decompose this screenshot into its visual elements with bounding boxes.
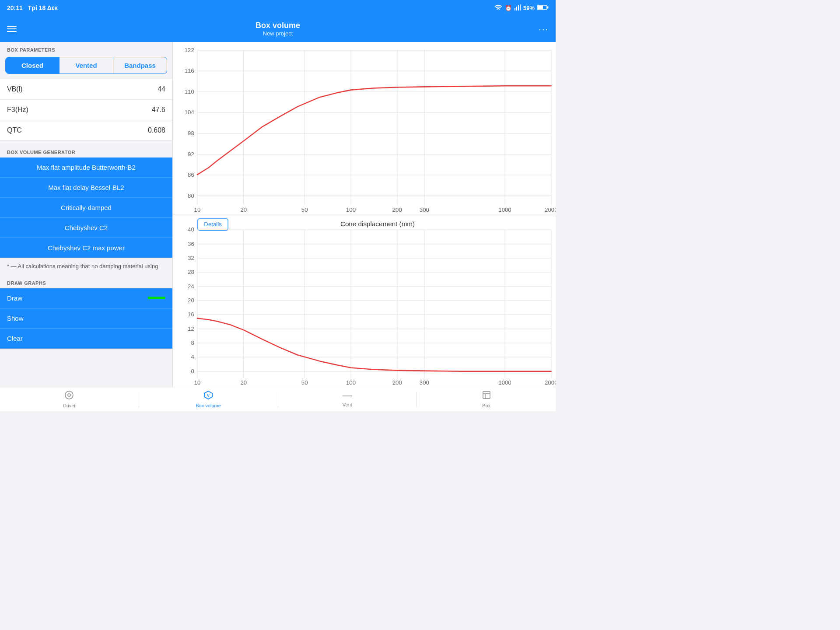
- wifi-icon: [494, 4, 502, 12]
- svg-text:50: 50: [301, 379, 308, 386]
- draw-graphs-header: DRAW GRAPHS: [0, 275, 172, 288]
- param-f3: F3(Hz) 47.6: [0, 100, 172, 120]
- bottom-graph: Details Cone displacement (mm): [173, 214, 556, 387]
- svg-text:4: 4: [191, 354, 194, 360]
- btn-show[interactable]: Show: [0, 308, 172, 329]
- svg-text:10: 10: [194, 206, 201, 213]
- svg-text:86: 86: [188, 172, 194, 178]
- btn-clear[interactable]: Clear: [0, 329, 172, 349]
- param-vb-value: 44: [158, 85, 165, 93]
- show-label: Show: [7, 315, 24, 322]
- svg-text:V: V: [207, 393, 210, 398]
- driver-icon: [64, 390, 74, 402]
- box-volume-icon: V: [203, 390, 213, 402]
- svg-text:300: 300: [420, 379, 429, 386]
- left-panel: BOX PARAMETERS Closed Vented Bandpass VB…: [0, 42, 173, 387]
- tab-driver[interactable]: Driver: [0, 387, 139, 411]
- svg-text:116: 116: [185, 67, 194, 74]
- vent-icon: [343, 391, 352, 401]
- btn-chebyshev-c2[interactable]: Chebyshev C2: [0, 218, 172, 238]
- tab-bandpass[interactable]: Bandpass: [113, 57, 167, 74]
- svg-text:1000: 1000: [498, 379, 511, 386]
- param-qtc-value: 0.608: [148, 126, 165, 134]
- svg-rect-2: [547, 6, 549, 8]
- btn-draw[interactable]: Draw: [0, 288, 172, 308]
- header-subtitle: New project: [263, 30, 293, 37]
- hamburger-button[interactable]: [7, 26, 17, 32]
- tab-vented[interactable]: Vented: [60, 57, 113, 74]
- main-layout: BOX PARAMETERS Closed Vented Bandpass VB…: [0, 42, 556, 387]
- svg-text:40: 40: [188, 226, 194, 233]
- bottom-graph-svg: Details Cone displacement (mm): [173, 214, 556, 387]
- btn-chebyshev-c2-max[interactable]: Chebyshev C2 max power: [0, 238, 172, 258]
- svg-text:32: 32: [188, 255, 194, 261]
- hamburger-line: [7, 26, 17, 27]
- alarm-icon: ⏰: [505, 5, 512, 11]
- svg-text:20: 20: [240, 206, 247, 213]
- svg-text:200: 200: [392, 379, 402, 386]
- note-text: * — All calculations meaning that no dam…: [0, 258, 172, 275]
- svg-rect-83: [483, 392, 490, 399]
- generator-section: BOX VOLUME GENERATOR Max flat amplitude …: [0, 144, 172, 258]
- box-type-tabs: Closed Vented Bandpass: [5, 57, 167, 74]
- svg-text:16: 16: [188, 311, 194, 318]
- svg-rect-1: [538, 6, 543, 9]
- btn-critically-damped[interactable]: Critically-damped: [0, 198, 172, 218]
- svg-text:100: 100: [346, 379, 356, 386]
- clear-label: Clear: [7, 335, 23, 342]
- status-time-date: 20:11 Τρί 18 Δεκ: [7, 4, 58, 11]
- svg-text:Details: Details: [204, 221, 222, 228]
- svg-rect-3: [173, 42, 556, 214]
- param-qtc-label: QTC: [7, 126, 22, 134]
- generator-header: BOX VOLUME GENERATOR: [0, 144, 172, 158]
- param-f3-label: F3(Hz): [7, 106, 28, 114]
- tab-box[interactable]: Box: [417, 387, 556, 411]
- battery-percent: 59%: [523, 5, 535, 11]
- svg-text:300: 300: [420, 206, 429, 213]
- tab-driver-label: Driver: [63, 403, 76, 408]
- draw-graphs-section: DRAW GRAPHS Draw Show Clear: [0, 275, 172, 349]
- box-parameters-header: BOX PARAMETERS: [0, 42, 172, 55]
- svg-text:122: 122: [185, 47, 194, 53]
- app-header: Box volume New project ···: [0, 16, 556, 42]
- btn-butterworth[interactable]: Max flat amplitude Butterworth-B2: [0, 158, 172, 178]
- param-vb: VB(l) 44: [0, 79, 172, 100]
- tab-box-volume-label: Box volume: [196, 403, 220, 408]
- status-time: 20:11: [7, 4, 23, 11]
- box-icon: [482, 390, 491, 402]
- svg-text:0: 0: [191, 368, 194, 374]
- header-title: Box volume: [256, 21, 300, 30]
- draw-label: Draw: [7, 294, 22, 302]
- signal-icon: [514, 4, 521, 12]
- tab-vent-label: Vent: [343, 402, 352, 407]
- svg-text:8: 8: [191, 340, 194, 346]
- svg-text:50: 50: [301, 206, 308, 213]
- btn-bessel[interactable]: Max flat delay Bessel-BL2: [0, 178, 172, 198]
- hamburger-line: [7, 31, 17, 32]
- svg-point-79: [68, 394, 70, 396]
- svg-text:200: 200: [392, 206, 402, 213]
- more-options-button[interactable]: ···: [539, 24, 549, 34]
- svg-text:28: 28: [188, 269, 194, 275]
- hamburger-line: [7, 28, 17, 29]
- svg-text:92: 92: [188, 151, 194, 158]
- svg-text:10: 10: [194, 379, 201, 386]
- svg-text:20: 20: [240, 379, 247, 386]
- svg-text:104: 104: [185, 109, 195, 116]
- top-graph-svg: 80 86 92 98 104 110 116 122: [173, 42, 556, 214]
- right-panel: 80 86 92 98 104 110 116 122: [173, 42, 556, 387]
- status-icons: ⏰ 59%: [494, 4, 549, 12]
- svg-point-78: [65, 391, 73, 399]
- param-qtc: QTC 0.608: [0, 120, 172, 141]
- param-f3-value: 47.6: [152, 106, 165, 114]
- svg-text:80: 80: [188, 192, 194, 199]
- svg-text:20: 20: [188, 297, 194, 304]
- tab-box-label: Box: [482, 403, 490, 408]
- svg-text:100: 100: [346, 206, 356, 213]
- tab-closed[interactable]: Closed: [6, 57, 60, 74]
- svg-text:12: 12: [188, 326, 194, 332]
- tab-box-volume[interactable]: V Box volume: [139, 387, 278, 411]
- svg-text:2000: 2000: [545, 206, 556, 213]
- tab-bar: Driver V Box volume Vent Box: [0, 387, 556, 411]
- tab-vent[interactable]: Vent: [278, 387, 417, 411]
